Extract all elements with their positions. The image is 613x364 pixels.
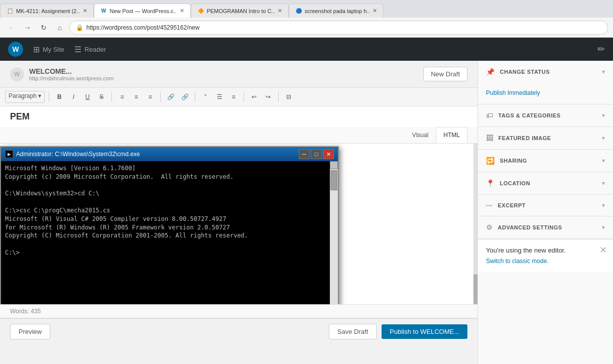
cmd-scroll-thumb <box>330 170 337 190</box>
tab-close-2[interactable]: ✕ <box>180 8 184 14</box>
cmd-minimize-button[interactable]: ─ <box>299 149 310 159</box>
notification-close-button[interactable]: ✕ <box>599 245 607 256</box>
site-url: http://mdahrulmuis.wordpress.com <box>29 75 113 81</box>
home-button[interactable]: ⌂ <box>53 21 66 34</box>
separator-5 <box>243 92 244 102</box>
section-title-excerpt: ••• EXCERPT <box>486 202 526 208</box>
section-title-tags: 🏷 TAGS & CATEGORIES <box>486 111 561 119</box>
link-button[interactable]: 🔗 <box>165 91 177 103</box>
tab-close-3[interactable]: ✕ <box>278 8 282 14</box>
change-status-icon: 📌 <box>486 68 495 76</box>
ul-button[interactable]: ☰ <box>213 91 225 103</box>
underline-button[interactable]: U <box>81 91 93 103</box>
site-name-block: WELCOME... http://mdahrulmuis.wordpress.… <box>29 67 113 81</box>
excerpt-chevron: ▾ <box>602 202 605 209</box>
cmd-scroll-up[interactable]: ▲ <box>330 161 338 169</box>
content-area[interactable]: ▶ Administrator: C:\Windows\System32\cmd… <box>0 144 477 304</box>
section-title-location: 📍 LOCATION <box>486 179 530 187</box>
editor-main-block: Paragraph ▾ B I U S ≡ ≡ ≡ 🔗 🔗 " ☰ ≡ ↩ ↪ <box>0 87 477 318</box>
align-left-button[interactable]: ≡ <box>116 91 128 103</box>
cmd-close-button[interactable]: ✕ <box>323 149 334 159</box>
publish-status[interactable]: Publish Immediately <box>486 89 540 96</box>
sidebar-section-featured-image-header[interactable]: 🖼 FEATURED IMAGE ▾ <box>478 127 613 149</box>
align-right-button[interactable]: ≡ <box>144 91 156 103</box>
post-title-area <box>0 106 477 127</box>
more-button[interactable]: ⊟ <box>283 91 295 103</box>
sidebar-section-change-status-header[interactable]: 📌 CHANGE STATUS ▾ <box>478 61 613 83</box>
bottom-bar: Preview Save Draft Publish to WELCOME... <box>0 318 477 344</box>
tab-title-2: New Post — WordPress.c.. <box>110 8 177 14</box>
tab-title-3: PEMOGRAMAN Intro to C.. <box>207 8 275 14</box>
post-title-input[interactable] <box>10 111 467 122</box>
section-title-sharing: 🔁 SHARING <box>486 157 527 165</box>
browser-tab-2[interactable]: W New Post — WordPress.c.. ✕ <box>94 4 191 18</box>
main-area: W WELCOME... http://mdahrulmuis.wordpres… <box>0 61 613 364</box>
editor-tabs: Visual HTML <box>0 127 477 144</box>
my-site-link[interactable]: ⊞ My Site <box>33 45 64 54</box>
sidebar-section-featured-image: 🖼 FEATURED IMAGE ▾ <box>478 127 613 150</box>
forward-button[interactable]: → <box>21 21 34 34</box>
toolbar-row-1: Paragraph ▾ B I U S ≡ ≡ ≡ 🔗 🔗 " ☰ ≡ ↩ ↪ <box>0 88 477 106</box>
editor-area: W WELCOME... http://mdahrulmuis.wordpres… <box>0 61 477 364</box>
tab-html[interactable]: HTML <box>436 127 467 143</box>
sidebar-section-sharing-header[interactable]: 🔁 SHARING ▾ <box>478 150 613 172</box>
reload-button[interactable]: ↻ <box>37 21 50 34</box>
redo-button[interactable]: ↪ <box>262 91 274 103</box>
browser-tab-1[interactable]: 📋 MK-4211: Assignment (2.. ✕ <box>0 4 94 18</box>
save-draft-button[interactable]: Save Draft <box>329 324 377 339</box>
section-title-featured-image: 🖼 FEATURED IMAGE <box>486 134 551 142</box>
sidebar-section-change-status: 📌 CHANGE STATUS ▾ Publish Immediately <box>478 61 613 104</box>
wp-admin-bar: W ⊞ My Site ☰ Reader ✏ <box>0 38 613 61</box>
strikethrough-button[interactable]: S <box>95 91 107 103</box>
new-draft-button[interactable]: New Draft <box>423 67 467 81</box>
sidebar-section-advanced-settings: ⚙ ADVANCED SETTINGS ▾ <box>478 216 613 239</box>
paragraph-selector[interactable]: Paragraph ▾ <box>5 91 45 103</box>
tab-title-4: screenshot pada laptop h.. <box>305 8 370 14</box>
bold-button[interactable]: B <box>53 91 65 103</box>
cmd-maximize-button[interactable]: □ <box>311 149 322 159</box>
address-bar[interactable]: 🔒 https://wordpress.com/post/45295162/ne… <box>69 21 608 35</box>
sidebar-section-tags: 🏷 TAGS & CATEGORIES ▾ <box>478 104 613 127</box>
reader-link[interactable]: ☰ Reader <box>74 45 106 54</box>
content-scroll-thumb <box>473 274 477 304</box>
advanced-settings-chevron: ▾ <box>602 224 605 231</box>
cmd-scrollbar[interactable]: ▲ ▼ <box>330 161 338 304</box>
edit-icon[interactable]: ✏ <box>597 44 605 55</box>
ol-button[interactable]: ≡ <box>227 91 239 103</box>
location-label: LOCATION <box>500 180 531 186</box>
cmd-title: Administrator: C:\Windows\System32\cmd.e… <box>16 151 296 158</box>
advanced-settings-label: ADVANCED SETTINGS <box>498 224 562 230</box>
blockquote-button[interactable]: " <box>199 91 211 103</box>
browser-tab-4[interactable]: 🔵 screenshot pada laptop h.. ✕ <box>289 4 384 18</box>
back-button[interactable]: ← <box>5 21 18 34</box>
location-icon: 📍 <box>486 179 495 187</box>
undo-button[interactable]: ↩ <box>248 91 260 103</box>
tab-close-1[interactable]: ✕ <box>83 8 87 14</box>
separator-1 <box>49 92 49 102</box>
cmd-window[interactable]: ▶ Administrator: C:\Windows\System32\cmd… <box>0 146 339 304</box>
sidebar-section-location-header[interactable]: 📍 LOCATION ▾ <box>478 172 613 194</box>
content-scrollbar[interactable] <box>473 144 477 304</box>
change-status-chevron: ▾ <box>602 68 605 75</box>
sharing-label: SHARING <box>500 158 527 164</box>
separator-6 <box>278 92 279 102</box>
tab-visual[interactable]: Visual <box>405 127 436 143</box>
sidebar-section-tags-header[interactable]: 🏷 TAGS & CATEGORIES ▾ <box>478 104 613 127</box>
preview-button[interactable]: Preview <box>10 324 50 339</box>
browser-tab-3[interactable]: 🔶 PEMOGRAMAN Intro to C.. ✕ <box>191 4 289 18</box>
wp-logo[interactable]: W <box>8 42 23 57</box>
publish-button[interactable]: Publish to WELCOME... <box>382 324 467 339</box>
unlink-button[interactable]: 🔗 <box>179 91 191 103</box>
sidebar-section-excerpt-header[interactable]: ••• EXCERPT ▾ <box>478 195 613 216</box>
tab-close-4[interactable]: ✕ <box>373 8 377 14</box>
my-site-icon: ⊞ <box>33 45 40 54</box>
sidebar-section-advanced-settings-header[interactable]: ⚙ ADVANCED SETTINGS ▾ <box>478 216 613 238</box>
tags-label: TAGS & CATEGORIES <box>499 112 561 118</box>
sharing-icon: 🔁 <box>486 157 495 165</box>
separator-2 <box>111 92 112 102</box>
excerpt-label: EXCERPT <box>498 202 526 208</box>
italic-button[interactable]: I <box>67 91 79 103</box>
align-center-button[interactable]: ≡ <box>130 91 142 103</box>
notification-link[interactable]: Switch to classic mode. <box>486 258 549 265</box>
cmd-controls: ─ □ ✕ <box>299 149 334 159</box>
